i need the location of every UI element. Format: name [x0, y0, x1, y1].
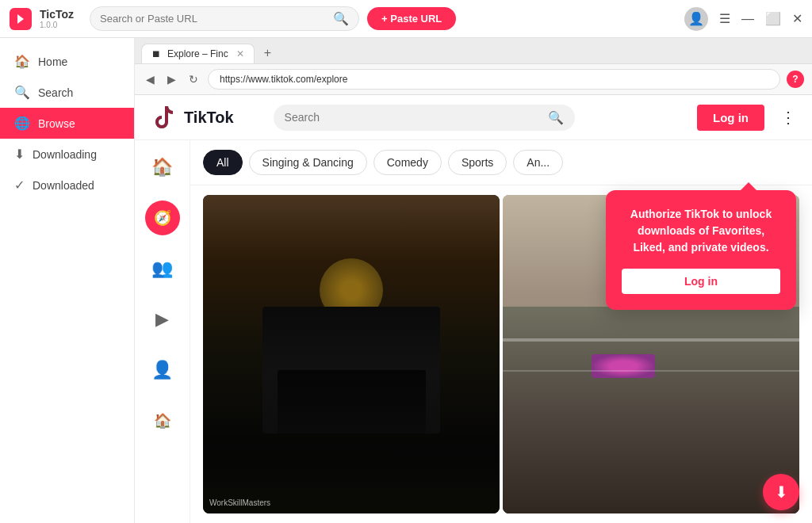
app-name: TicToz	[40, 8, 74, 21]
tab-bar: ⏹ Explore – Finc ✕ +	[135, 38, 812, 64]
search-icon: 🔍	[14, 85, 30, 100]
video-thumbnail-1[interactable]: WorkSkillMasters	[203, 195, 500, 513]
app-title-block: TicToz 1.0.0	[40, 8, 74, 29]
new-tab-button[interactable]: +	[258, 43, 278, 63]
tab-title: Explore – Finc	[167, 48, 228, 59]
paste-url-button[interactable]: + Paste URL	[367, 7, 456, 30]
back-button[interactable]: ◀	[143, 71, 158, 87]
sidebar-browse-label: Browse	[38, 117, 75, 130]
menu-button[interactable]: ☰	[719, 11, 730, 26]
category-all[interactable]: All	[203, 150, 243, 175]
address-bar-row: ◀ ▶ ↻ ?	[135, 64, 812, 95]
titlebar-search-icon: 🔍	[333, 11, 349, 26]
sidebar-item-downloading[interactable]: ⬇ Downloading	[0, 139, 134, 170]
auth-popup-login-button[interactable]: Log in	[622, 269, 780, 294]
address-input[interactable]	[208, 69, 780, 90]
svg-marker-0	[17, 14, 24, 24]
sidebar-search-label: Search	[38, 86, 73, 99]
sidebar-item-downloaded[interactable]: ✓ Downloaded	[0, 170, 134, 200]
close-button[interactable]: ✕	[792, 11, 802, 26]
main-layout: 🏠 Home 🔍 Search 🌐 Browse ⬇ Downloading ✓…	[0, 38, 812, 523]
tiktok-nav-following[interactable]: 👥	[145, 251, 180, 286]
tiktok-search-bar[interactable]: 🔍	[274, 105, 575, 131]
tiktok-logo-text: TikTok	[184, 109, 234, 127]
tiktok-nav-profile[interactable]: 👤	[145, 353, 180, 387]
download-fab-button[interactable]: ⬇	[763, 474, 799, 510]
browser-tab[interactable]: ⏹ Explore – Finc ✕	[141, 44, 255, 63]
browser-area: ⏹ Explore – Finc ✕ + ◀ ▶ ↻ ?	[135, 38, 812, 523]
tiktok-nav-explore[interactable]: 🧭	[145, 200, 180, 235]
downloaded-icon: ✓	[14, 178, 25, 193]
tab-close-button[interactable]: ✕	[236, 48, 244, 59]
category-singing[interactable]: Singing & Dancing	[249, 150, 367, 175]
sidebar-item-home[interactable]: 🏠 Home	[0, 46, 134, 77]
tab-favicon: ⏹	[151, 48, 163, 59]
minimize-button[interactable]: —	[741, 12, 754, 26]
window-controls: 👤 ☰ — ⬜ ✕	[684, 7, 802, 31]
tiktok-content-area: TikTok 🔍 Log in ⋮ 🏠 🧭 👥 ▶ 👤 🏠	[135, 95, 812, 523]
tiktok-more-button[interactable]: ⋮	[780, 108, 796, 127]
user-avatar[interactable]: 👤	[684, 7, 708, 31]
tiktok-search-input[interactable]	[285, 111, 542, 124]
maximize-button[interactable]: ⬜	[765, 11, 781, 26]
downloading-icon: ⬇	[14, 147, 25, 162]
browse-icon: 🌐	[14, 116, 30, 131]
tiktok-logo: TikTok	[151, 103, 234, 132]
tiktok-nav-shop[interactable]: 🏠	[145, 403, 180, 438]
video-content-1	[203, 195, 500, 513]
category-sports[interactable]: Sports	[448, 150, 507, 175]
sidebar-item-search[interactable]: 🔍 Search	[0, 77, 134, 108]
app-version: 1.0.0	[40, 21, 74, 29]
sidebar-downloaded-label: Downloaded	[33, 179, 94, 192]
refresh-button[interactable]: ↻	[186, 71, 201, 87]
tiktok-header: TikTok 🔍 Log in ⋮	[135, 95, 812, 140]
sidebar-item-browse[interactable]: 🌐 Browse	[0, 108, 134, 139]
category-comedy[interactable]: Comedy	[373, 150, 442, 175]
tiktok-nav: 🏠 🧭 👥 ▶ 👤 🏠	[135, 140, 190, 523]
category-anime[interactable]: An...	[513, 150, 563, 175]
auth-popup-text: Authorize TikTok to unlock downloads of …	[622, 206, 780, 256]
titlebar-search-input[interactable]	[100, 13, 328, 25]
titlebar-search-wrapper[interactable]: 🔍	[90, 6, 359, 31]
categories-bar: All Singing & Dancing Comedy Sports An..…	[190, 140, 812, 185]
video-1-label: WorkSkillMasters	[209, 498, 270, 507]
app-logo-icon	[14, 13, 27, 25]
home-icon: 🏠	[14, 54, 30, 69]
sidebar-downloading-label: Downloading	[33, 148, 97, 161]
sidebar-home-label: Home	[38, 55, 67, 68]
titlebar: TicToz 1.0.0 🔍 + Paste URL 👤 ☰ — ⬜ ✕	[0, 0, 812, 38]
app-logo	[10, 8, 32, 30]
tiktok-nav-live[interactable]: ▶	[145, 302, 180, 337]
left-sidebar: 🏠 Home 🔍 Search 🌐 Browse ⬇ Downloading ✓…	[0, 38, 135, 523]
forward-button[interactable]: ▶	[164, 71, 179, 87]
tiktok-logo-icon	[151, 103, 179, 132]
tiktok-search-icon: 🔍	[548, 110, 564, 125]
tiktok-nav-home[interactable]: 🏠	[145, 150, 180, 185]
auth-popup: Authorize TikTok to unlock downloads of …	[606, 190, 796, 310]
tiktok-login-button[interactable]: Log in	[697, 105, 764, 131]
help-button[interactable]: ?	[787, 71, 804, 88]
